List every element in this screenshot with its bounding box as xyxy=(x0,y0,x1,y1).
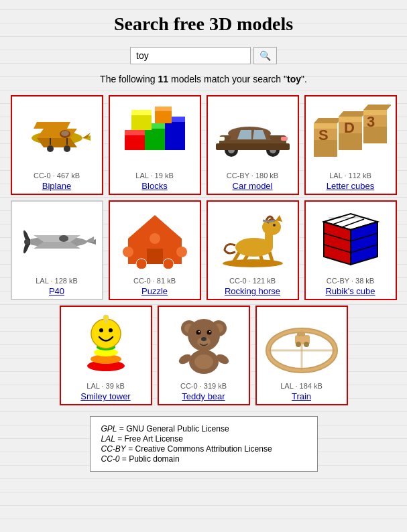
model-card[interactable]: CC-BY · 180 kBCar model xyxy=(207,95,299,195)
legend-abbr: CC-BY xyxy=(101,444,126,454)
model-thumbnail: S D 3 xyxy=(306,96,396,170)
legend-item: LAL = Free Art License xyxy=(101,434,306,444)
model-thumbnail xyxy=(110,202,200,275)
svg-marker-4 xyxy=(34,122,70,129)
model-meta: CC-0 · 467 kB xyxy=(34,170,80,181)
svg-rect-65 xyxy=(147,249,163,264)
svg-point-57 xyxy=(24,239,30,245)
model-card[interactable]: CC-0 · 121 kBRocking horse xyxy=(207,200,299,300)
svg-point-113 xyxy=(209,331,211,332)
search-input[interactable] xyxy=(130,47,251,64)
svg-point-9 xyxy=(64,145,70,152)
model-card[interactable]: CC-BY · 38 kBRubik's cube xyxy=(304,200,397,300)
svg-point-102 xyxy=(103,315,109,320)
svg-point-111 xyxy=(207,330,211,335)
model-meta: CC-0 · 81 kB xyxy=(133,275,176,286)
svg-rect-32 xyxy=(218,137,225,141)
search-button[interactable]: 🔍 xyxy=(253,47,277,64)
model-thumbnail xyxy=(61,307,151,381)
model-meta: LAL · 184 kB xyxy=(280,381,323,391)
svg-point-64 xyxy=(163,259,174,269)
svg-point-75 xyxy=(273,224,276,226)
svg-rect-46 xyxy=(314,140,337,157)
page-title: Search free 3D models xyxy=(13,13,394,35)
model-card[interactable]: LAL · 184 kBTrain xyxy=(255,306,348,405)
model-thumbnail xyxy=(12,202,102,275)
svg-point-60 xyxy=(150,233,160,244)
model-name[interactable]: Train xyxy=(292,391,311,404)
model-card[interactable]: LAL · 19 kBBlocks xyxy=(109,95,201,195)
svg-point-117 xyxy=(194,354,213,369)
model-row-1: LAL · 128 kBP40 CC-0 · 81 kBPuzzle xyxy=(13,200,394,300)
svg-rect-123 xyxy=(297,332,305,336)
model-meta: LAL · 39 kB xyxy=(86,381,124,391)
model-card[interactable]: LAL · 39 kBSmiley tower xyxy=(60,306,152,405)
svg-point-54 xyxy=(59,235,68,242)
svg-rect-31 xyxy=(216,143,290,150)
svg-point-7 xyxy=(61,131,69,136)
result-text: The following 11 models match your searc… xyxy=(13,74,394,84)
legend-item: GPL = GNU General Public License xyxy=(101,424,306,434)
legend-item: CC-BY = Creative Commons Attribution Lic… xyxy=(101,444,306,454)
model-thumbnail xyxy=(12,96,102,170)
svg-rect-21 xyxy=(155,107,172,111)
svg-marker-36 xyxy=(314,118,342,123)
svg-marker-2 xyxy=(37,129,77,138)
legend-item: CC-0 = Public domain xyxy=(101,454,306,464)
model-card[interactable]: CC-0 · 319 kBTeddy bear xyxy=(158,306,250,405)
model-meta: LAL · 112 kB xyxy=(329,170,371,181)
model-thumbnail xyxy=(208,96,298,170)
svg-rect-33 xyxy=(281,137,288,141)
model-name[interactable]: Teddy bear xyxy=(182,391,225,404)
legend-abbr: GPL xyxy=(101,424,117,434)
svg-rect-48 xyxy=(363,127,387,143)
model-name[interactable]: Rocking horse xyxy=(225,286,280,299)
svg-marker-40 xyxy=(339,111,367,117)
model-meta: CC-BY · 180 kB xyxy=(227,170,278,181)
model-card[interactable]: CC-0 · 81 kBPuzzle xyxy=(109,200,201,300)
model-name[interactable]: Letter cubes xyxy=(327,181,375,194)
model-meta: LAL · 128 kB xyxy=(36,275,78,286)
svg-rect-19 xyxy=(131,110,152,115)
model-thumbnail xyxy=(208,202,298,275)
svg-point-110 xyxy=(196,330,200,335)
legend: GPL = GNU General Public LicenseLAL = Fr… xyxy=(90,416,318,472)
model-card[interactable]: S D 3 LAL · 112 kBLetter cubes xyxy=(304,95,397,195)
model-meta: CC-BY · 38 kB xyxy=(327,275,374,286)
model-name[interactable]: Car model xyxy=(233,181,273,194)
model-row-0: CC-0 · 467 kBBiplane LAL · 19 kBBlocks xyxy=(13,95,394,195)
model-card[interactable]: LAL · 128 kBP40 xyxy=(11,200,103,300)
svg-point-112 xyxy=(198,331,200,332)
svg-point-62 xyxy=(176,247,187,257)
model-name[interactable]: Smiley tower xyxy=(80,391,130,404)
svg-point-61 xyxy=(123,247,133,257)
legend-abbr: LAL xyxy=(101,434,115,444)
model-row-2: LAL · 39 kBSmiley tower CC-0 · 319 kBTed… xyxy=(13,306,394,405)
legend-abbr: CC-0 xyxy=(101,454,120,464)
model-thumbnail xyxy=(257,307,347,381)
svg-marker-3 xyxy=(37,138,77,147)
svg-rect-47 xyxy=(339,133,362,150)
model-name[interactable]: Blocks xyxy=(141,181,167,194)
model-name[interactable]: Rubik's cube xyxy=(325,286,375,299)
svg-point-125 xyxy=(304,342,309,347)
svg-point-8 xyxy=(47,145,54,152)
svg-point-124 xyxy=(296,342,301,347)
model-card[interactable]: CC-0 · 467 kBBiplane xyxy=(11,95,103,195)
svg-point-63 xyxy=(136,259,147,269)
search-bar: 🔍 xyxy=(13,47,394,64)
model-name[interactable]: P40 xyxy=(49,286,64,299)
model-meta: CC-0 · 319 kB xyxy=(180,381,227,391)
model-name[interactable]: Puzzle xyxy=(141,286,168,299)
svg-rect-13 xyxy=(125,130,145,135)
svg-point-109 xyxy=(201,337,207,341)
model-thumbnail xyxy=(306,202,396,275)
svg-point-99 xyxy=(99,328,103,332)
svg-marker-44 xyxy=(363,105,391,110)
model-grid: CC-0 · 467 kBBiplane LAL · 19 kBBlocks xyxy=(13,95,394,405)
model-meta: CC-0 · 121 kB xyxy=(229,275,276,286)
model-meta: LAL · 19 kB xyxy=(135,170,173,181)
model-name[interactable]: Biplane xyxy=(42,181,71,194)
model-thumbnail xyxy=(110,96,200,170)
model-thumbnail xyxy=(159,307,249,381)
